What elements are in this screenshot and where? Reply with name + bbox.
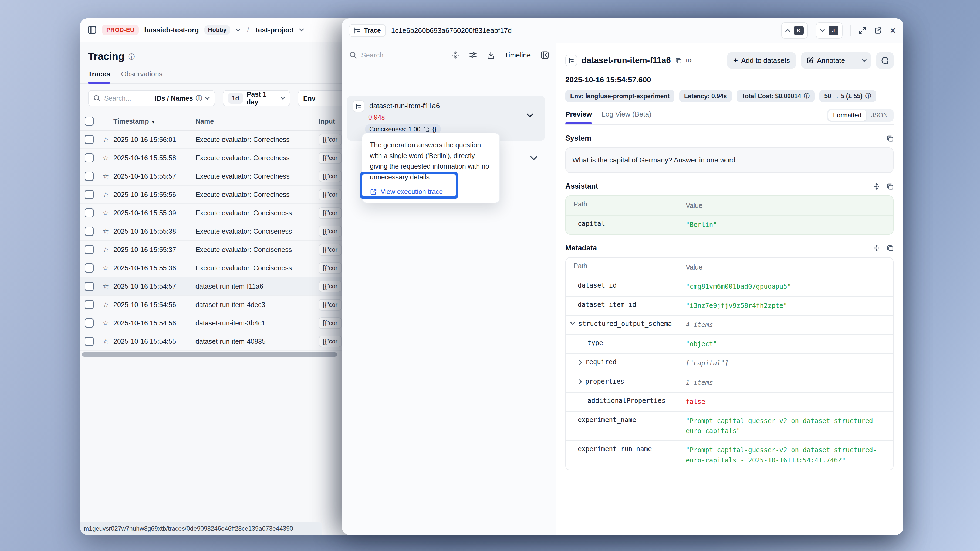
time-range-filter[interactable]: 1d Past 1 day — [223, 90, 290, 106]
comments-button[interactable] — [876, 52, 894, 68]
comment-bubble-icon — [881, 56, 889, 65]
col-input[interactable]: Input — [318, 118, 344, 125]
table-row[interactable]: ☆2025-10-16 15:56:01Execute evaluator: C… — [80, 130, 344, 149]
trace-node-icon — [565, 54, 577, 67]
star-icon[interactable]: ☆ — [98, 209, 113, 217]
table-row[interactable]: ☆2025-10-16 15:55:36Execute evaluator: C… — [80, 259, 344, 277]
system-message: What is the capital of Germany? Answer i… — [565, 147, 894, 173]
project-chevron-down-icon[interactable] — [299, 29, 304, 32]
kv-row-expandable[interactable]: properties 1 items — [566, 373, 893, 392]
table-row[interactable]: ☆2025-10-16 15:55:58Execute evaluator: C… — [80, 149, 344, 167]
row-checkbox[interactable] — [84, 135, 94, 144]
table-row[interactable]: ☆2025-10-16 15:55:38Execute evaluator: C… — [80, 222, 344, 241]
timeline-toggle[interactable]: Timeline — [504, 51, 531, 59]
annotate-button[interactable]: Annotate — [801, 52, 850, 68]
close-icon[interactable]: ✕ — [889, 26, 896, 35]
copy-icon[interactable] — [675, 57, 682, 64]
annotate-dropdown-chevron[interactable] — [858, 52, 871, 68]
expand-vertical-icon[interactable] — [873, 245, 880, 251]
row-checkbox[interactable] — [84, 208, 94, 218]
search-mode-select[interactable]: IDs / Names ⓘ — [155, 94, 210, 103]
copy-icon[interactable] — [886, 183, 894, 190]
tab-traces[interactable]: Traces — [88, 70, 110, 83]
shortcut-key: K — [794, 25, 804, 35]
table-row-selected[interactable]: ☆2025-10-16 15:54:57dataset-run-item-f11… — [80, 277, 344, 296]
copy-icon[interactable] — [886, 135, 894, 142]
select-all-checkbox[interactable] — [84, 117, 94, 126]
info-icon[interactable]: ⓘ — [128, 52, 135, 61]
row-checkbox[interactable] — [84, 300, 94, 309]
kv-row: dataset_item_id "i3nz7e9jfjv9z58r4fh2zpt… — [566, 297, 893, 316]
table-row[interactable]: ☆2025-10-16 15:54:55dataset-run-item-408… — [80, 332, 344, 351]
settings-sliders-icon[interactable] — [469, 51, 477, 59]
chevron-right-icon — [579, 360, 582, 365]
input-preview: [{"cor — [318, 134, 342, 145]
table-row[interactable]: ☆2025-10-16 15:54:56dataset-run-item-4de… — [80, 296, 344, 314]
row-checkbox[interactable] — [84, 227, 94, 236]
row-checkbox[interactable] — [84, 190, 94, 199]
system-heading: System — [565, 134, 591, 143]
col-timestamp[interactable]: Timestamp▼ — [113, 118, 196, 125]
node-collapse-chevron-icon[interactable] — [527, 113, 533, 118]
expand-vertical-icon[interactable] — [873, 183, 880, 190]
add-to-datasets-button[interactable]: + Add to datasets — [727, 52, 796, 68]
table-row[interactable]: ☆2025-10-16 15:55:37Execute evaluator: C… — [80, 241, 344, 259]
star-icon[interactable]: ☆ — [98, 337, 113, 346]
row-checkbox[interactable] — [84, 245, 94, 254]
row-checkbox[interactable] — [84, 318, 94, 327]
prev-trace-button[interactable]: K — [781, 22, 808, 38]
table-row[interactable]: ☆2025-10-16 15:55:39Execute evaluator: C… — [80, 204, 344, 222]
collapse-all-icon[interactable] — [451, 51, 459, 59]
row-checkbox[interactable] — [84, 337, 94, 346]
star-icon[interactable]: ☆ — [98, 264, 113, 272]
col-name[interactable]: Name — [196, 118, 318, 125]
metadata-heading: Metadata — [565, 244, 597, 252]
fullscreen-icon[interactable] — [858, 27, 866, 35]
star-icon[interactable]: ☆ — [98, 172, 113, 181]
node-collapse-chevron-icon[interactable] — [530, 156, 537, 160]
trace-id[interactable]: 1c1e6b260b693a6760200f831eabf17d — [391, 27, 512, 35]
env-filter[interactable]: Env — [298, 90, 344, 106]
horizontal-scrollbar[interactable] — [82, 353, 337, 357]
star-icon[interactable]: ☆ — [98, 319, 113, 327]
open-in-new-icon[interactable] — [874, 27, 882, 35]
sidebar-toggle-icon[interactable] — [88, 25, 97, 35]
star-icon[interactable]: ☆ — [98, 135, 113, 144]
next-trace-button[interactable]: J — [816, 22, 843, 38]
annotation-highlight-box — [360, 171, 458, 199]
kv-row-expandable[interactable]: required ["capital"] — [566, 354, 893, 373]
search-input[interactable]: Search... IDs / Names ⓘ — [88, 90, 215, 106]
observation-timestamp: 2025-10-16 15:54:57.600 — [565, 76, 894, 84]
chevron-up-icon — [785, 29, 790, 32]
chevron-down-icon — [280, 97, 285, 100]
table-row[interactable]: ☆2025-10-16 15:54:56dataset-run-item-3b4… — [80, 314, 344, 332]
project-name[interactable]: test-project — [256, 26, 294, 34]
tree-search-input[interactable]: Search — [349, 51, 441, 59]
collapse-panel-icon[interactable] — [541, 51, 549, 59]
page-title: Tracing — [88, 51, 124, 62]
org-name[interactable]: hassieb-test-org — [144, 26, 199, 34]
table-row[interactable]: ☆2025-10-16 15:55:56Execute evaluator: C… — [80, 186, 344, 204]
row-checkbox[interactable] — [84, 153, 94, 162]
toggle-formatted[interactable]: Formatted — [828, 110, 866, 121]
star-icon[interactable]: ☆ — [98, 300, 113, 309]
row-checkbox[interactable] — [84, 264, 94, 273]
tab-observations[interactable]: Observations — [121, 70, 162, 83]
star-icon[interactable]: ☆ — [98, 227, 113, 235]
toggle-json[interactable]: JSON — [866, 110, 892, 121]
download-icon[interactable] — [487, 51, 495, 59]
org-chevron-down-icon[interactable] — [236, 29, 240, 32]
star-icon[interactable]: ☆ — [98, 246, 113, 254]
tab-preview[interactable]: Preview — [565, 110, 592, 123]
star-icon[interactable]: ☆ — [98, 154, 113, 162]
tab-log-view[interactable]: Log View (Beta) — [601, 110, 651, 123]
input-preview: [{"cor — [318, 317, 342, 329]
desktop: PROD-EU hassieb-test-org Hobby / test-pr… — [0, 0, 980, 551]
star-icon[interactable]: ☆ — [98, 191, 113, 199]
copy-icon[interactable] — [886, 245, 894, 251]
kv-row-expandable[interactable]: structured_output_schema 4 items — [566, 316, 893, 335]
row-checkbox[interactable] — [84, 171, 94, 181]
row-checkbox[interactable] — [84, 282, 94, 291]
star-icon[interactable]: ☆ — [98, 282, 113, 291]
table-row[interactable]: ☆2025-10-16 15:55:57Execute evaluator: C… — [80, 167, 344, 186]
